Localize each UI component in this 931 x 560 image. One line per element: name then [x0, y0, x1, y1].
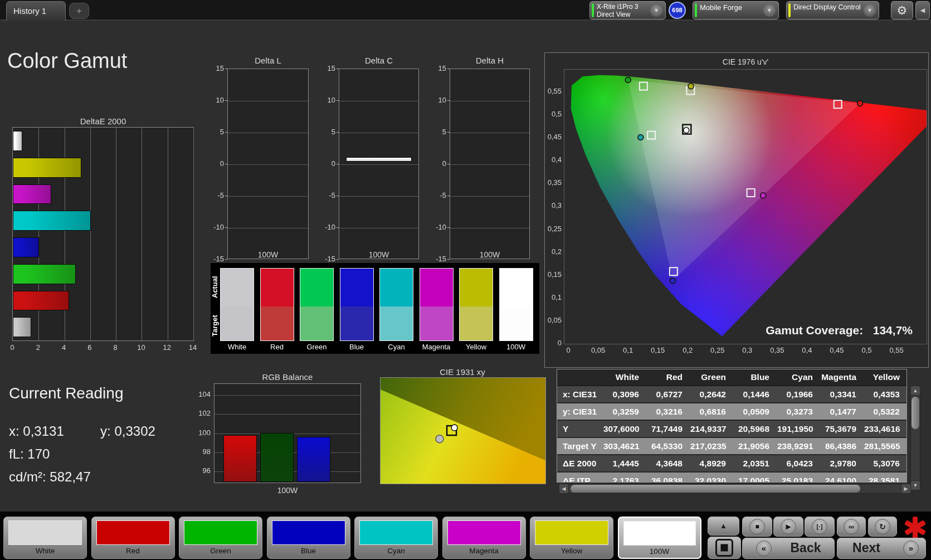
delta-x-label: 100W: [339, 250, 419, 259]
measured-marker-red: [857, 101, 863, 106]
source-dropdown[interactable]: Mobile Forge ▼: [693, 1, 779, 20]
delta-y-tick: [225, 196, 227, 196]
chevron-down-icon[interactable]: ▼: [650, 4, 662, 17]
delta-gridline: [228, 101, 308, 101]
scroll-left-button[interactable]: ◀: [559, 484, 569, 494]
pattern-up-button[interactable]: ▲: [708, 517, 739, 535]
workflow-dropdown[interactable]: Direct Display Control ▼: [786, 1, 879, 20]
interval-button[interactable]: [·]: [805, 517, 835, 537]
pattern-button-label: 100W: [619, 547, 700, 556]
back-button[interactable]: « Back: [742, 538, 835, 559]
deltae-bar-blue: [13, 237, 39, 257]
pattern-button-red[interactable]: Red: [91, 517, 175, 559]
rgb-x-label: 100W: [214, 486, 361, 495]
settings-button[interactable]: ⚙: [891, 1, 913, 20]
pattern-window-button[interactable]: [708, 537, 741, 559]
pattern-button-green[interactable]: Green: [179, 517, 262, 559]
pattern-button-magenta[interactable]: Magenta: [442, 517, 526, 559]
delta-y-tick-label: 15: [205, 64, 224, 72]
table-col-header-blue: Blue: [734, 369, 777, 385]
deltae-gridline: [90, 128, 91, 340]
table-cell-yellow: 0,5322: [864, 403, 907, 420]
swatch-label: Red: [257, 343, 298, 351]
tab-history[interactable]: History 1: [6, 1, 66, 21]
delta-chart-title: Delta L: [227, 56, 309, 65]
new-tab-button[interactable]: +: [69, 3, 89, 19]
table-cell-green: 32,0330: [690, 473, 734, 483]
swatch-actual: [261, 269, 294, 306]
chevron-left-icon: ◀: [920, 7, 925, 13]
delta-y-tick-label: 5: [316, 128, 335, 136]
table-cell-blue: 21,9056: [734, 438, 777, 454]
scroll-right-button[interactable]: ▶: [901, 484, 911, 494]
cie1976-x-tick-label: 0,55: [885, 346, 908, 354]
table-cell-cyan: 6,0423: [777, 455, 821, 471]
delta-y-tick-label: 5: [427, 128, 446, 136]
swatch-actual: [221, 269, 254, 306]
gamut-coverage: Gamut Coverage: 134,7%: [669, 324, 913, 337]
table-cell-blue: 20,5968: [734, 421, 777, 437]
deltae-bar-green: [13, 264, 76, 284]
swatch-target: [261, 306, 294, 340]
cie1976-y-tick-label: 0,25: [539, 225, 562, 233]
back-button-label: Back: [777, 540, 834, 556]
table-cell-red: 71,7449: [647, 421, 690, 437]
scroll-down-button[interactable]: ▼: [910, 480, 920, 490]
deltae-bar-100w: [13, 131, 22, 151]
delta-y-tick: [225, 100, 227, 101]
table-cell-green: 217,0235: [690, 438, 734, 454]
deltae-x-tick-label: 10: [134, 343, 148, 352]
delta-gridline: [339, 196, 418, 197]
table-row-label: ΔE 2000: [557, 455, 603, 471]
delta-y-tick: [447, 259, 450, 260]
deltae-x-tick-label: 6: [83, 343, 96, 352]
pattern-button-label: Magenta: [443, 547, 525, 555]
asterisk-indicator-icon: [903, 515, 927, 540]
chevron-down-icon[interactable]: ▼: [763, 4, 776, 17]
table-row-label: Target Y: [557, 438, 603, 454]
delta-y-tick-label: 5: [205, 128, 224, 136]
loop-button[interactable]: ↻: [868, 517, 897, 537]
chevron-down-icon[interactable]: ▼: [864, 4, 876, 17]
swatch-column-100w: [499, 268, 533, 341]
swatch-actual: [460, 269, 493, 306]
swatch-target: [420, 306, 453, 340]
play-button[interactable]: ▶: [773, 517, 803, 537]
cie1931-chart: [380, 377, 546, 484]
workflow-status-strip: [788, 3, 791, 17]
table-cell-green: 214,9337: [690, 421, 734, 437]
collapse-panel-button[interactable]: ◀: [915, 1, 930, 20]
pattern-button-white[interactable]: White: [3, 517, 87, 559]
table-cell-yellow: 5,3076: [864, 455, 907, 471]
delta-gridline: [450, 164, 529, 165]
pattern-button-blue[interactable]: Blue: [267, 517, 350, 559]
delta-gridline: [228, 196, 308, 197]
table-cell-white: 0,3259: [603, 403, 647, 420]
top-bar: History 1 + X-Rite i1Pro 3 Direct View ▼…: [0, 0, 931, 21]
meter-line1: X-Rite i1Pro 3: [597, 3, 638, 11]
pattern-button-label: Cyan: [355, 547, 437, 555]
pattern-button-yellow[interactable]: Yellow: [530, 517, 613, 559]
rgb-gridline: [215, 414, 360, 415]
swatch-actual: [300, 269, 333, 306]
interval-icon: [·]: [812, 519, 827, 534]
infinity-button[interactable]: ∞: [837, 517, 866, 537]
table-cell-yellow: 281,5565: [864, 438, 907, 454]
deltae-gridline: [168, 128, 168, 340]
pattern-button-cyan[interactable]: Cyan: [354, 517, 438, 559]
table-v-scrollbar-thumb[interactable]: [911, 397, 919, 429]
deltae-x-axis: 02468101214: [0, 343, 223, 353]
next-button[interactable]: Next »: [837, 538, 926, 559]
pattern-color-patch: [623, 521, 696, 546]
pattern-button-label: Blue: [267, 547, 350, 555]
cie1976-y-tick-label: 0,55: [539, 87, 562, 95]
pattern-button-100w[interactable]: 100W: [618, 517, 701, 559]
table-h-scrollbar-thumb[interactable]: [571, 485, 860, 493]
table-row-y-cie31: y: CIE310,32590,32160,68160,05090,32730,…: [557, 403, 906, 421]
scroll-up-button[interactable]: ▲: [910, 386, 920, 396]
cie1976-x-tick-label: 0,15: [647, 346, 669, 354]
target-row-label: Target: [211, 306, 220, 345]
meter-dropdown[interactable]: X-Rite i1Pro 3 Direct View ▼: [589, 1, 666, 20]
stop-button[interactable]: ■: [742, 517, 772, 537]
reading-y-label: y:: [100, 423, 111, 439]
